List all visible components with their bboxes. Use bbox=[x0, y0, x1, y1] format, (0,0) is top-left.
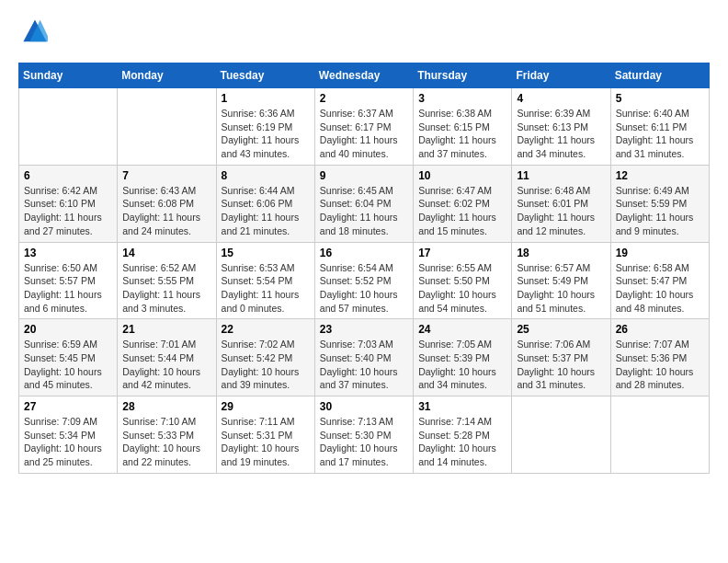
calendar-cell: 25Sunrise: 7:06 AMSunset: 5:37 PMDayligh… bbox=[512, 319, 610, 396]
weekday-header-thursday: Thursday bbox=[414, 63, 512, 88]
calendar-cell: 20Sunrise: 6:59 AMSunset: 5:45 PMDayligh… bbox=[19, 319, 118, 396]
day-number: 6 bbox=[24, 169, 112, 182]
day-number: 17 bbox=[418, 247, 506, 259]
day-info: Sunrise: 6:42 AMSunset: 6:10 PMDaylight:… bbox=[24, 184, 112, 238]
calendar-cell bbox=[19, 88, 118, 166]
calendar-cell: 15Sunrise: 6:53 AMSunset: 5:54 PMDayligh… bbox=[216, 242, 314, 319]
day-info: Sunrise: 7:11 AMSunset: 5:31 PMDaylight:… bbox=[222, 415, 310, 469]
calendar-cell: 23Sunrise: 7:03 AMSunset: 5:40 PMDayligh… bbox=[314, 319, 413, 396]
calendar-cell: 4Sunrise: 6:39 AMSunset: 6:13 PMDaylight… bbox=[512, 88, 610, 166]
day-info: Sunrise: 7:01 AMSunset: 5:44 PMDaylight:… bbox=[122, 338, 210, 392]
calendar-week-5: 27Sunrise: 7:09 AMSunset: 5:34 PMDayligh… bbox=[19, 396, 710, 474]
calendar-cell: 10Sunrise: 6:47 AMSunset: 6:02 PMDayligh… bbox=[414, 165, 512, 242]
day-info: Sunrise: 6:43 AMSunset: 6:08 PMDaylight:… bbox=[122, 184, 210, 238]
calendar-cell: 22Sunrise: 7:02 AMSunset: 5:42 PMDayligh… bbox=[216, 319, 314, 396]
day-info: Sunrise: 6:45 AMSunset: 6:04 PMDaylight:… bbox=[320, 184, 408, 238]
day-number: 1 bbox=[222, 92, 310, 105]
day-number: 3 bbox=[418, 92, 506, 105]
day-info: Sunrise: 6:59 AMSunset: 5:45 PMDaylight:… bbox=[24, 338, 112, 392]
weekday-header-wednesday: Wednesday bbox=[314, 63, 413, 88]
calendar-cell: 24Sunrise: 7:05 AMSunset: 5:39 PMDayligh… bbox=[414, 319, 512, 396]
day-number: 5 bbox=[616, 92, 704, 105]
day-info: Sunrise: 6:40 AMSunset: 6:11 PMDaylight:… bbox=[616, 107, 704, 161]
day-number: 28 bbox=[122, 400, 210, 413]
day-info: Sunrise: 7:03 AMSunset: 5:40 PMDaylight:… bbox=[320, 338, 408, 392]
day-number: 15 bbox=[222, 247, 310, 259]
day-number: 9 bbox=[320, 169, 408, 182]
day-info: Sunrise: 7:06 AMSunset: 5:37 PMDaylight:… bbox=[517, 338, 605, 392]
calendar-cell bbox=[512, 396, 610, 474]
calendar-cell: 7Sunrise: 6:43 AMSunset: 6:08 PMDaylight… bbox=[118, 165, 216, 242]
day-info: Sunrise: 7:09 AMSunset: 5:34 PMDaylight:… bbox=[24, 415, 112, 469]
calendar-cell bbox=[610, 396, 709, 474]
day-number: 19 bbox=[616, 247, 704, 259]
calendar-cell: 27Sunrise: 7:09 AMSunset: 5:34 PMDayligh… bbox=[19, 396, 118, 474]
calendar-cell: 8Sunrise: 6:44 AMSunset: 6:06 PMDaylight… bbox=[216, 165, 314, 242]
day-info: Sunrise: 7:13 AMSunset: 5:30 PMDaylight:… bbox=[320, 415, 408, 469]
day-number: 2 bbox=[320, 92, 408, 105]
calendar-cell: 30Sunrise: 7:13 AMSunset: 5:30 PMDayligh… bbox=[314, 396, 413, 474]
calendar-cell: 1Sunrise: 6:36 AMSunset: 6:19 PMDaylight… bbox=[216, 88, 314, 166]
weekday-header-tuesday: Tuesday bbox=[216, 63, 314, 88]
day-info: Sunrise: 6:47 AMSunset: 6:02 PMDaylight:… bbox=[418, 184, 506, 238]
calendar-cell: 5Sunrise: 6:40 AMSunset: 6:11 PMDaylight… bbox=[610, 88, 709, 166]
day-number: 21 bbox=[122, 323, 210, 336]
day-info: Sunrise: 6:57 AMSunset: 5:49 PMDaylight:… bbox=[517, 261, 605, 316]
day-info: Sunrise: 6:55 AMSunset: 5:50 PMDaylight:… bbox=[418, 261, 506, 316]
day-info: Sunrise: 6:36 AMSunset: 6:19 PMDaylight:… bbox=[222, 107, 310, 161]
day-number: 4 bbox=[517, 92, 605, 105]
day-number: 31 bbox=[418, 400, 506, 413]
day-info: Sunrise: 6:38 AMSunset: 6:15 PMDaylight:… bbox=[418, 107, 506, 161]
weekday-header-friday: Friday bbox=[512, 63, 610, 88]
day-info: Sunrise: 7:07 AMSunset: 5:36 PMDaylight:… bbox=[616, 338, 704, 392]
calendar-cell: 31Sunrise: 7:14 AMSunset: 5:28 PMDayligh… bbox=[414, 396, 512, 474]
calendar-week-2: 6Sunrise: 6:42 AMSunset: 6:10 PMDaylight… bbox=[19, 165, 710, 242]
day-info: Sunrise: 6:37 AMSunset: 6:17 PMDaylight:… bbox=[320, 107, 408, 161]
day-number: 25 bbox=[517, 323, 605, 336]
day-number: 7 bbox=[122, 169, 210, 182]
calendar-week-1: 1Sunrise: 6:36 AMSunset: 6:19 PMDaylight… bbox=[19, 88, 710, 166]
day-info: Sunrise: 7:14 AMSunset: 5:28 PMDaylight:… bbox=[418, 415, 506, 469]
day-number: 11 bbox=[517, 169, 605, 182]
day-number: 12 bbox=[616, 169, 704, 182]
day-number: 13 bbox=[24, 247, 112, 259]
calendar-cell: 21Sunrise: 7:01 AMSunset: 5:44 PMDayligh… bbox=[118, 319, 216, 396]
day-info: Sunrise: 6:39 AMSunset: 6:13 PMDaylight:… bbox=[517, 107, 605, 161]
day-number: 22 bbox=[222, 323, 310, 336]
day-number: 23 bbox=[320, 323, 408, 336]
day-info: Sunrise: 6:58 AMSunset: 5:47 PMDaylight:… bbox=[616, 261, 704, 316]
calendar-cell: 13Sunrise: 6:50 AMSunset: 5:57 PMDayligh… bbox=[19, 242, 118, 319]
logo bbox=[18, 18, 48, 48]
weekday-header-saturday: Saturday bbox=[610, 63, 709, 88]
calendar-week-4: 20Sunrise: 6:59 AMSunset: 5:45 PMDayligh… bbox=[19, 319, 710, 396]
day-info: Sunrise: 6:50 AMSunset: 5:57 PMDaylight:… bbox=[24, 261, 112, 316]
calendar-table: SundayMondayTuesdayWednesdayThursdayFrid… bbox=[18, 63, 710, 474]
calendar-cell: 3Sunrise: 6:38 AMSunset: 6:15 PMDaylight… bbox=[414, 88, 512, 166]
calendar-cell: 19Sunrise: 6:58 AMSunset: 5:47 PMDayligh… bbox=[610, 242, 709, 319]
weekday-header-row: SundayMondayTuesdayWednesdayThursdayFrid… bbox=[19, 63, 710, 88]
calendar-cell: 28Sunrise: 7:10 AMSunset: 5:33 PMDayligh… bbox=[118, 396, 216, 474]
calendar-week-3: 13Sunrise: 6:50 AMSunset: 5:57 PMDayligh… bbox=[19, 242, 710, 319]
day-number: 26 bbox=[616, 323, 704, 336]
calendar-cell: 11Sunrise: 6:48 AMSunset: 6:01 PMDayligh… bbox=[512, 165, 610, 242]
day-number: 14 bbox=[122, 247, 210, 259]
calendar-cell: 17Sunrise: 6:55 AMSunset: 5:50 PMDayligh… bbox=[414, 242, 512, 319]
calendar-cell: 18Sunrise: 6:57 AMSunset: 5:49 PMDayligh… bbox=[512, 242, 610, 319]
calendar-cell: 26Sunrise: 7:07 AMSunset: 5:36 PMDayligh… bbox=[610, 319, 709, 396]
day-number: 16 bbox=[320, 247, 408, 259]
day-number: 27 bbox=[24, 400, 112, 413]
weekday-header-monday: Monday bbox=[118, 63, 216, 88]
day-number: 30 bbox=[320, 400, 408, 413]
day-info: Sunrise: 7:02 AMSunset: 5:42 PMDaylight:… bbox=[222, 338, 310, 392]
day-info: Sunrise: 7:10 AMSunset: 5:33 PMDaylight:… bbox=[122, 415, 210, 469]
day-number: 18 bbox=[517, 247, 605, 259]
day-info: Sunrise: 6:44 AMSunset: 6:06 PMDaylight:… bbox=[222, 184, 310, 238]
day-info: Sunrise: 7:05 AMSunset: 5:39 PMDaylight:… bbox=[418, 338, 506, 392]
day-number: 10 bbox=[418, 169, 506, 182]
page-header bbox=[18, 18, 710, 48]
calendar-cell: 14Sunrise: 6:52 AMSunset: 5:55 PMDayligh… bbox=[118, 242, 216, 319]
day-number: 24 bbox=[418, 323, 506, 336]
calendar-cell bbox=[118, 88, 216, 166]
day-info: Sunrise: 6:48 AMSunset: 6:01 PMDaylight:… bbox=[517, 184, 605, 238]
calendar-cell: 2Sunrise: 6:37 AMSunset: 6:17 PMDaylight… bbox=[314, 88, 413, 166]
